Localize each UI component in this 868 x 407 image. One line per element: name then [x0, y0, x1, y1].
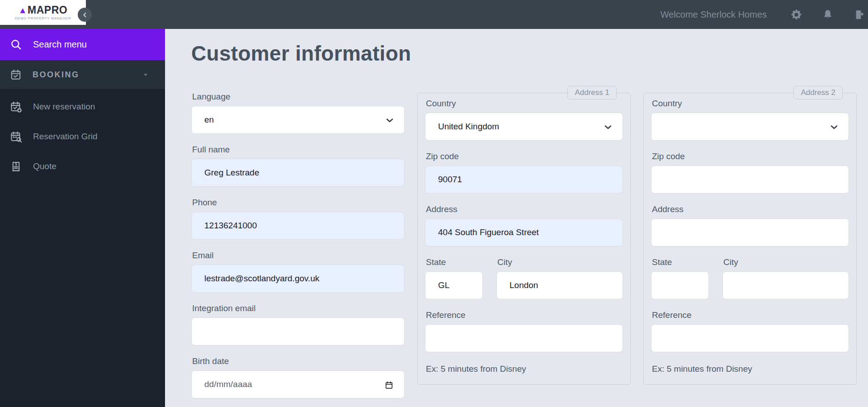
city-label: City [497, 257, 623, 267]
zip-code-label: Zip code [426, 151, 623, 161]
reference-hint: Ex: 5 minutes from Disney [426, 364, 623, 384]
sidebar-section-booking[interactable]: BOOKING [0, 60, 165, 89]
page-title: Customer information [191, 42, 857, 66]
address1-country-field: Country United Kingdom [425, 99, 623, 141]
calendar-check-icon [10, 69, 22, 80]
country-label: Country [426, 99, 623, 109]
address1-state-field: State [425, 257, 483, 299]
topbar-right: Welcome Sherlock Homes [660, 0, 866, 29]
address2-zip-field: Zip code [651, 151, 849, 194]
address2-city-input[interactable] [722, 271, 849, 299]
address2-zip-input[interactable] [651, 166, 849, 194]
phone-field: Phone [191, 198, 405, 240]
address-2-card: Address 2 Country Zip code Address [643, 93, 857, 385]
svg-text:$: $ [15, 161, 17, 166]
reference-hint: Ex: 5 minutes from Disney [652, 364, 849, 384]
zip-code-label: Zip code [652, 151, 849, 161]
country-select-value: United Kingdom [438, 122, 499, 132]
address-label: Address [426, 204, 623, 214]
address1-reference-input[interactable] [425, 324, 623, 352]
birth-date-label: Birth date [192, 356, 405, 366]
phone-input[interactable] [191, 212, 405, 240]
main-content: Customer information Language en Full na… [165, 29, 868, 407]
language-select[interactable]: en [191, 106, 405, 134]
city-label: City [723, 257, 849, 267]
address2-city-field: City [722, 257, 849, 299]
address2-state-field: State [651, 257, 709, 299]
logout-icon[interactable] [854, 9, 866, 21]
address2-address-input[interactable] [651, 218, 849, 246]
calendar-plus-icon [10, 101, 22, 113]
reference-label: Reference [426, 310, 623, 320]
topbar: ▲MAPRO DEMO PROPERTY MANAGER Welcome She… [0, 0, 868, 29]
chevron-down-icon [603, 122, 613, 133]
integration-email-input[interactable] [191, 317, 405, 345]
calendar-icon[interactable] [385, 381, 393, 389]
birth-date-field: Birth date dd/mm/aaaa [191, 356, 405, 398]
phone-label: Phone [192, 198, 405, 208]
logo-triangle-icon: ▲ [19, 6, 27, 14]
address2-state-input[interactable] [651, 271, 709, 299]
integration-email-field: Integration email [191, 303, 405, 345]
address1-address-input[interactable] [425, 218, 623, 246]
invoice-dollar-icon: $ [10, 161, 22, 173]
search-icon [10, 38, 22, 51]
language-select-value: en [204, 115, 214, 125]
email-input[interactable] [191, 265, 405, 293]
sidebar-item-reservation-grid[interactable]: Reservation Grid [0, 122, 165, 151]
notifications-bell-icon[interactable] [822, 9, 834, 21]
address-2-legend: Address 2 [793, 86, 843, 99]
logo-text: MAPRO [28, 5, 67, 15]
address-label: Address [652, 204, 849, 214]
sidebar-item-label: New reservation [33, 102, 95, 112]
email-label: Email [192, 251, 405, 260]
address1-state-input[interactable] [425, 271, 483, 299]
language-label: Language [192, 92, 405, 102]
basic-info-column: Language en Full name Phone Email [191, 92, 405, 407]
address1-zip-input[interactable] [425, 166, 623, 194]
email-field: Email [191, 251, 405, 293]
welcome-text: Welcome Sherlock Homes [660, 9, 767, 20]
search-menu-label: Search menu [33, 39, 87, 50]
sidebar-search-menu[interactable]: Search menu [0, 29, 165, 60]
country-label: Country [652, 99, 849, 109]
sidebar-collapse-button[interactable] [78, 8, 92, 22]
address2-country-field: Country [651, 99, 849, 141]
sidebar: Search menu BOOKING New reservation Rese… [0, 29, 165, 407]
booking-section-label: BOOKING [33, 70, 142, 80]
reference-label: Reference [652, 310, 849, 320]
integration-email-label: Integration email [192, 303, 405, 313]
chevron-down-icon [829, 122, 840, 133]
chevron-down-icon [384, 115, 395, 126]
customer-form: Language en Full name Phone Email [191, 92, 857, 407]
full-name-label: Full name [192, 145, 405, 155]
address1-zip-field: Zip code [425, 151, 623, 194]
address2-country-select[interactable] [651, 113, 849, 141]
birth-date-input[interactable]: dd/mm/aaaa [191, 370, 405, 398]
address1-state-city-row: State City [425, 257, 623, 299]
chevron-down-icon [142, 71, 150, 79]
settings-gear-icon[interactable] [790, 9, 802, 21]
address2-reference-input[interactable] [651, 324, 849, 352]
logo-subtitle: DEMO PROPERTY MANAGER [15, 16, 71, 20]
sidebar-item-label: Quote [33, 161, 57, 171]
address2-reference-field: Reference [651, 310, 849, 352]
chevron-left-icon [81, 11, 89, 19]
address1-reference-field: Reference [425, 310, 623, 352]
app-logo: ▲MAPRO DEMO PROPERTY MANAGER [0, 0, 86, 25]
address-1-card: Address 1 Country United Kingdom Zip cod… [417, 93, 631, 385]
state-label: State [426, 257, 483, 267]
address1-country-select[interactable]: United Kingdom [425, 113, 623, 141]
language-field: Language en [191, 92, 405, 134]
address1-city-input[interactable] [496, 271, 623, 299]
sidebar-item-label: Reservation Grid [33, 132, 98, 142]
address-1-legend: Address 1 [567, 86, 617, 99]
sidebar-item-new-reservation[interactable]: New reservation [0, 92, 165, 122]
address2-state-city-row: State City [651, 257, 849, 299]
full-name-input[interactable] [191, 159, 405, 187]
sidebar-item-quote[interactable]: $ Quote [0, 151, 165, 181]
address1-city-field: City [496, 257, 623, 299]
address1-address-field: Address [425, 204, 623, 246]
birth-date-placeholder: dd/mm/aaaa [204, 379, 252, 389]
calendar-search-icon [10, 131, 22, 143]
